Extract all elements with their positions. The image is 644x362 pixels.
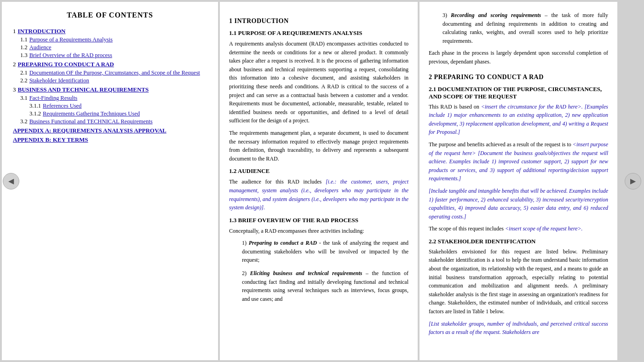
toc-num-1: 1: [13, 28, 16, 35]
toc-num-3-2: 3.2: [20, 118, 28, 125]
toc-link-introduction[interactable]: INTRODUCTION: [18, 28, 66, 35]
middle-panel: 1 INTRODUCTION 1.1 PURPOSE OF A REQUIREM…: [220, 2, 418, 360]
toc-subitem-1-1: 1.1 Purpose of a Requirements Analysis: [20, 36, 207, 43]
toc-link-preparing[interactable]: PREPARING TO CONDUCT A RAD: [18, 61, 114, 68]
list-item-2-text: 2) Eliciting business and technical requ…: [242, 269, 408, 303]
section2-1-para2: The purpose and benefits achieved as a r…: [429, 140, 608, 183]
section1-1-text: A requirements analysis document (RAD) e…: [229, 40, 408, 125]
item2-label: 2): [242, 270, 247, 276]
toc-link-2-2[interactable]: Stakeholder Identification: [29, 77, 89, 84]
toc-link-1-2[interactable]: Audience: [29, 44, 52, 51]
toc-num-3: 3: [13, 86, 16, 93]
section2-2-text: Stakeholders envisioned for this request…: [429, 247, 608, 316]
section2-2-heading: 2.2 STAKEHOLDER IDENTIFICATION: [429, 238, 608, 245]
section1-1-heading: 1.1 PURPOSE OF A REQUIREMENTS ANALYSIS: [229, 29, 408, 37]
toc-link-3-2[interactable]: Business Functional and TECHNICAL Requir…: [29, 118, 153, 125]
toc-panel: TABLE OF CONTENTS 1 INTRODUCTION 1.1 Pur…: [2, 2, 218, 360]
section1-3-heading: 1.3 BRIEF OVERVIEW OF THE RAD PROCESS: [229, 217, 408, 224]
toc-num-2-2: 2.2: [20, 77, 28, 84]
toc-num-2: 2: [13, 61, 16, 68]
toc-item-3: 3 BUSINESS AND TECHNICAL REQUIREMENTS: [13, 86, 207, 93]
toc-link-business[interactable]: BUSINESS AND TECHNICAL REQUIREMENTS: [18, 86, 149, 93]
toc-link-2-1[interactable]: Documentation OF the Purpose, Circumstan…: [29, 69, 200, 76]
toc-link-appendix-a[interactable]: APPENDIX A: REQUIREMENTS ANALYSIS APPROV…: [13, 127, 207, 134]
toc-num-3-1-2: 3.1.2: [29, 110, 41, 117]
toc-appendix-a: APPENDIX A: REQUIREMENTS ANALYSIS APPROV…: [13, 127, 207, 134]
item1-label: 1): [242, 240, 247, 246]
section1-2-heading: 1.2 AUDIENCE: [229, 167, 408, 175]
list-item-1-text: 1) Preparing to conduct a RAD - the task…: [242, 239, 408, 264]
toc-appendix-b: APPENDIX B: KEY TERMS: [13, 136, 207, 144]
item1-bold: Preparing to conduct a RAD: [249, 240, 317, 246]
toc-item-2: 2 PREPARING TO CONDUCT A RAD: [13, 61, 207, 68]
left-arrow-icon: ◀: [8, 177, 14, 185]
toc-num-3-1-1: 3.1.1: [29, 103, 41, 109]
toc-subsubitem-3-1-1: 3.1.1 References Used: [29, 103, 207, 109]
transition-text: Each phase in the process is largely dep…: [429, 49, 608, 66]
toc-num-1-1: 1.1: [20, 36, 28, 43]
toc-subitem-2-1: 2.1 Documentation OF the Purpose, Circum…: [20, 69, 207, 76]
section2-1-text1: This RAD is based on: [429, 103, 481, 110]
toc-subitem-1-2: 1.2 Audience: [20, 44, 207, 51]
section2-1-para3: [Include tangible and intangible benefit…: [429, 187, 608, 221]
section2-2-link-text: [List stakeholder groups, number of indi…: [429, 321, 608, 336]
item3-bold: Recording and scoring requirements: [451, 12, 541, 18]
toc-link-1-3[interactable]: Brief Overview of the RAD process: [29, 52, 112, 59]
prev-page-button[interactable]: ◀: [3, 173, 19, 190]
list-item-1: 1) Preparing to conduct a RAD - the task…: [242, 239, 408, 264]
section1-3-text: Conceptually, a RAD encompasses three ac…: [229, 227, 408, 236]
toc-link-3-1-2[interactable]: Requirements Gathering Techniques Used: [43, 110, 140, 117]
section2-1-text2: The purpose and benefits achieved as a r…: [429, 141, 573, 148]
section1-2-text-start: The audience for this RAD includes: [229, 178, 326, 185]
toc-subitem-3-1: 3.1 Fact-Finding Results: [20, 95, 207, 102]
toc-num-3-1: 3.1: [20, 95, 28, 102]
item3-label: 3): [443, 12, 447, 18]
toc-link-3-1-1[interactable]: References Used: [43, 103, 81, 109]
toc-title: TABLE OF CONTENTS: [13, 11, 207, 19]
section2-1-para4: The scope of this request includes <inse…: [429, 224, 608, 233]
toc-section-2: 2 PREPARING TO CONDUCT A RAD 2.1 Documen…: [13, 61, 207, 84]
right-arrow-icon: ▶: [630, 177, 636, 185]
section2-1-para1: This RAD is based on <insert the circums…: [429, 103, 608, 137]
list-item-3-text: 3) Recording and scoring requirements – …: [443, 11, 608, 45]
section1-heading: 1 INTRODUCTION: [229, 17, 408, 25]
section2-1-heading: 2.1 DOCUMENTATION OF THE PURPOSE, CIRCUM…: [429, 86, 608, 100]
section1-2-text: The audience for this RAD includes [i.e.…: [229, 178, 408, 212]
toc-subsubitem-3-1-2: 3.1.2 Requirements Gathering Techniques …: [29, 110, 207, 117]
section1-1-text2: The requirements management plan, a sepa…: [229, 129, 408, 163]
toc-link-3-1[interactable]: Fact-Finding Results: [29, 95, 78, 102]
toc-subitem-1-3: 1.3 Brief Overview of the RAD process: [20, 52, 207, 59]
toc-link-appendix-b[interactable]: APPENDIX B: KEY TERMS: [13, 136, 207, 144]
toc-num-2-1: 2.1: [20, 69, 28, 76]
item2-bold: Eliciting business and technical require…: [250, 270, 362, 276]
page-container: ◀ TABLE OF CONTENTS 1 INTRODUCTION 1.1 P…: [0, 0, 644, 362]
next-page-button[interactable]: ▶: [625, 173, 641, 190]
toc-subitem-2-2: 2.2 Stakeholder Identification: [20, 77, 207, 84]
section2-2-link: [List stakeholder groups, number of indi…: [429, 320, 608, 337]
toc-link-1-1[interactable]: Purpose of a Requirements Analysis: [29, 36, 113, 43]
section2-1-link3: [Include tangible and intangible benefit…: [429, 188, 608, 220]
toc-num-1-2: 1.2: [20, 44, 28, 51]
section2-heading: 2 PREPARING TO CONDUCT A RAD: [429, 74, 608, 81]
toc-section-1: 1 INTRODUCTION 1.1 Purpose of a Requirem…: [13, 28, 207, 59]
section2-1-text3: The scope of this request includes: [429, 225, 505, 232]
right-panel: 3) Recording and scoring requirements – …: [420, 2, 617, 360]
toc-subitem-3-2: 3.2 Business Functional and TECHNICAL Re…: [20, 118, 207, 125]
list-item-2: 2) Eliciting business and technical requ…: [242, 269, 408, 303]
toc-section-3: 3 BUSINESS AND TECHNICAL REQUIREMENTS 3.…: [13, 86, 207, 125]
toc-num-1-3: 1.3: [20, 52, 28, 59]
section2-1-link4: <insert scope of the request here>.: [505, 225, 583, 232]
toc-item-1: 1 INTRODUCTION: [13, 28, 207, 35]
list-item-3: 3) Recording and scoring requirements – …: [443, 11, 608, 45]
